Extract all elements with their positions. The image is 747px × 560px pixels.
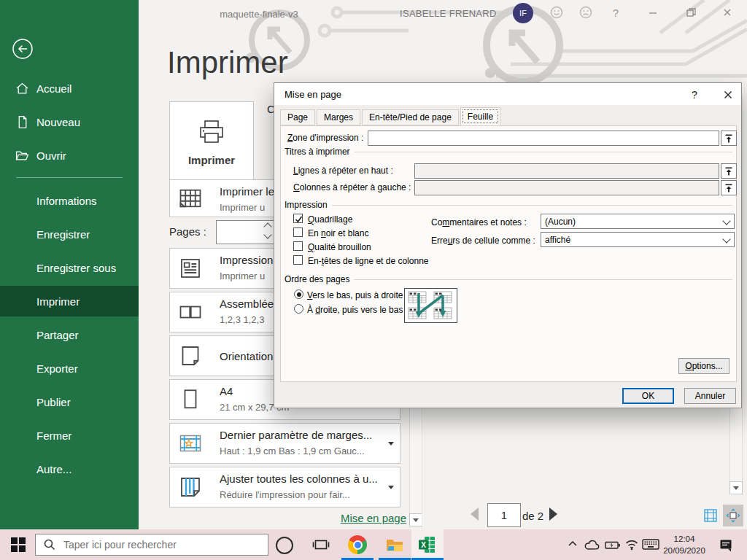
taskbar-app-chrome[interactable] xyxy=(341,529,374,560)
sidebar-item-informations[interactable]: Informations xyxy=(0,187,139,214)
next-page-button[interactable] xyxy=(549,508,557,521)
printer-icon xyxy=(195,117,228,149)
close-icon xyxy=(724,90,732,99)
cortana-button[interactable] xyxy=(276,537,293,554)
backstage-sidebar: Accueil Nouveau Ouvrir Informations Enre… xyxy=(0,0,139,529)
sidebar-item-label: Nouveau xyxy=(36,116,80,128)
task-view-button[interactable] xyxy=(312,537,330,553)
dialog-help-button[interactable]: ? xyxy=(687,88,702,102)
close-button[interactable] xyxy=(719,4,735,20)
ok-button[interactable]: OK xyxy=(622,388,674,404)
tab-entete-pied-de-page[interactable]: En-tête/Pied de page xyxy=(362,109,459,125)
setting-margins[interactable]: Dernier paramètre de marges... Haut : 1,… xyxy=(169,423,400,464)
taskbar-clock[interactable]: 12:04 20/09/2020 xyxy=(659,533,710,556)
page-count-label: de 2 xyxy=(522,510,543,522)
previous-page-button[interactable] xyxy=(471,508,479,521)
pages-from-input[interactable] xyxy=(216,220,274,244)
cell-errors-value: affiché xyxy=(545,235,570,245)
dialog-close-button[interactable] xyxy=(719,87,737,103)
page-setup-link[interactable]: Mise en page xyxy=(326,512,406,524)
sidebar-item-accueil[interactable]: Accueil xyxy=(0,74,139,102)
down-then-over-radio[interactable] xyxy=(294,289,303,299)
page-order-group-header: Ordre des pages xyxy=(285,274,732,284)
taskbar-app-file-explorer[interactable] xyxy=(379,529,411,560)
cloud-icon xyxy=(584,539,601,551)
sidebar-item-label: Enregistrer xyxy=(36,228,90,241)
comments-label: Commentaires et notes : xyxy=(431,217,527,228)
touch-keyboard-tray-icon[interactable] xyxy=(642,539,659,551)
sidebar-item-label: Accueil xyxy=(36,82,71,95)
excel-backstage-window: maquette-finale-v3 ISABELLE FRENARD IF ? xyxy=(0,0,747,560)
zoom-to-page-button[interactable] xyxy=(723,505,743,526)
draft-quality-checkbox[interactable] xyxy=(293,241,303,251)
print-button[interactable]: Imprimer xyxy=(169,101,254,182)
start-button[interactable] xyxy=(10,537,26,553)
setting-scaling[interactable]: Ajuster toutes les colonnes à u... Rédui… xyxy=(169,467,400,508)
over-then-down-radio[interactable] xyxy=(294,304,303,314)
draft-quality-label: Qualité brouillon xyxy=(308,242,371,252)
sidebar-divider xyxy=(16,177,123,178)
comments-dropdown[interactable]: (Aucun) xyxy=(541,214,735,229)
sidebar-item-label: Ouvrir xyxy=(36,149,66,162)
account-name[interactable]: ISABELLE FRENARD xyxy=(400,8,497,19)
black-and-white-checkbox[interactable] xyxy=(293,228,303,237)
page-setup-dialog: Mise en page ? Page Marges En-tête/Pied … xyxy=(274,82,742,408)
frown-feedback-icon[interactable] xyxy=(578,4,594,20)
cancel-button[interactable]: Annuler xyxy=(684,388,736,404)
tab-marges[interactable]: Marges xyxy=(317,109,360,125)
cell-errors-dropdown[interactable]: affiché xyxy=(541,232,735,247)
sidebar-item-ouvrir[interactable]: Ouvrir xyxy=(0,141,139,169)
taskbar-search[interactable] xyxy=(35,534,268,556)
sidebar-item-partager[interactable]: Partager xyxy=(0,321,139,349)
tab-page[interactable]: Page xyxy=(280,109,315,125)
gridlines-checkbox[interactable] xyxy=(293,214,303,223)
pages-spinner[interactable] xyxy=(265,224,271,238)
page-number-input[interactable] xyxy=(487,503,521,527)
battery-tray-icon[interactable] xyxy=(605,540,621,551)
cortana-icon xyxy=(276,537,293,554)
document-title: maquette-finale-v3 xyxy=(182,9,336,20)
clock-time: 12:04 xyxy=(659,533,710,545)
print-area-collapse-button[interactable] xyxy=(721,131,737,146)
print-button-label: Imprimer xyxy=(188,154,235,166)
sidebar-item-exporter[interactable]: Exporter xyxy=(0,354,139,382)
onedrive-tray-icon[interactable] xyxy=(584,539,601,551)
search-input[interactable] xyxy=(62,538,268,551)
wifi-tray-icon[interactable] xyxy=(624,538,639,551)
sidebar-item-autre[interactable]: Autre... xyxy=(0,455,139,483)
smiley-feedback-icon[interactable] xyxy=(549,4,565,20)
help-icon[interactable]: ? xyxy=(609,6,622,19)
show-margins-button[interactable] xyxy=(700,505,721,526)
sidebar-item-label: Exporter xyxy=(36,362,78,375)
options-button[interactable]: Options... xyxy=(678,358,729,374)
dialog-tab-strip: Page Marges En-tête/Pied de page Feuille xyxy=(280,109,502,126)
cols-repeat-input[interactable] xyxy=(414,180,719,195)
sidebar-item-imprimer[interactable]: Imprimer xyxy=(0,286,139,316)
cols-repeat-collapse-button[interactable] xyxy=(721,180,737,195)
restore-button[interactable] xyxy=(683,4,699,20)
sidebar-item-enregistrer[interactable]: Enregistrer xyxy=(0,220,139,248)
task-view-icon xyxy=(312,537,330,553)
sidebar-item-label: Partager xyxy=(36,329,79,341)
taskbar-app-excel[interactable]: X xyxy=(411,529,444,560)
sidebar-item-publier[interactable]: Publier xyxy=(0,388,139,416)
search-icon xyxy=(43,538,56,551)
print-area-input[interactable] xyxy=(368,131,719,146)
rows-repeat-collapse-button[interactable] xyxy=(721,163,737,179)
account-avatar[interactable]: IF xyxy=(513,3,533,23)
back-button[interactable] xyxy=(12,38,34,60)
spreadsheet-grid-icon xyxy=(177,185,204,211)
sidebar-item-fermer[interactable]: Fermer xyxy=(0,421,139,449)
action-center-button[interactable] xyxy=(719,538,733,552)
tray-expand-button[interactable] xyxy=(568,540,578,548)
rows-repeat-input[interactable] xyxy=(414,163,719,179)
sidebar-item-enregistrer-sous[interactable]: Enregistrer sous xyxy=(0,254,139,281)
settings-scroll-down-button[interactable] xyxy=(409,513,422,526)
chevron-down-icon xyxy=(722,235,730,243)
minimize-button[interactable] xyxy=(645,4,661,20)
tab-feuille[interactable]: Feuille xyxy=(460,107,500,125)
a4-paper-icon xyxy=(177,386,204,413)
preview-scroll-down-button[interactable] xyxy=(729,481,743,494)
sidebar-item-nouveau[interactable]: Nouveau xyxy=(0,108,139,136)
row-col-headings-checkbox[interactable] xyxy=(293,255,303,265)
